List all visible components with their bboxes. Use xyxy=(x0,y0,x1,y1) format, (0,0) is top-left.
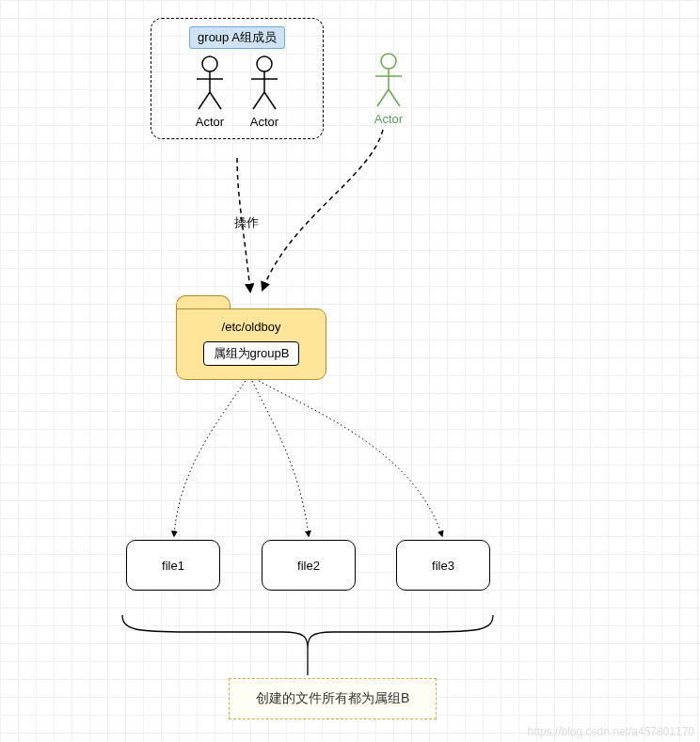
edge-folder-to-file3 xyxy=(259,381,442,536)
svg-point-5 xyxy=(257,56,272,71)
file-label: file2 xyxy=(297,559,320,573)
group-a-title: group A组成员 xyxy=(189,26,285,49)
file-box: file3 xyxy=(396,540,490,591)
actor-icon xyxy=(191,55,229,111)
folder-path-label: /etc/oldboy xyxy=(176,314,326,339)
actor-label: Actor xyxy=(196,115,224,129)
edge-folder-to-file2 xyxy=(252,381,309,536)
brace-under-files xyxy=(122,615,493,649)
note-all-files-groupb: 创建的文件所有都为属组B xyxy=(229,678,437,719)
file-box: file1 xyxy=(126,540,220,591)
group-a-container: group A组成员 Actor Actor xyxy=(151,18,324,139)
svg-point-0 xyxy=(202,56,217,71)
svg-line-9 xyxy=(264,92,276,109)
watermark: https://blog.csdn.net/a457801170 xyxy=(528,725,694,738)
svg-line-8 xyxy=(253,92,264,109)
external-actor: Actor xyxy=(370,52,407,126)
actor-icon xyxy=(370,52,407,108)
svg-line-13 xyxy=(377,89,389,106)
folder-oldboy: /etc/oldboy 属组为groupB xyxy=(176,295,326,380)
file-box: file2 xyxy=(262,540,356,591)
actor-figure: Actor xyxy=(191,55,229,129)
actor-icon xyxy=(246,55,283,111)
edge-external-to-folder xyxy=(262,130,383,290)
file-label: file3 xyxy=(432,559,454,573)
actor-label: Actor xyxy=(374,112,403,126)
actor-figure: Actor xyxy=(246,55,283,129)
svg-line-3 xyxy=(199,92,210,109)
group-a-actors: Actor Actor xyxy=(165,55,310,129)
file-label: file1 xyxy=(162,559,184,573)
edge-folder-to-file1 xyxy=(174,381,246,536)
folder-group-label: 属组为groupB xyxy=(203,341,300,366)
connectors-overlay xyxy=(0,0,700,742)
edge-operate-label: 操作 xyxy=(234,214,259,231)
svg-point-10 xyxy=(381,54,396,69)
svg-line-14 xyxy=(389,89,400,106)
actor-label: Actor xyxy=(250,115,278,129)
svg-line-4 xyxy=(210,92,221,109)
